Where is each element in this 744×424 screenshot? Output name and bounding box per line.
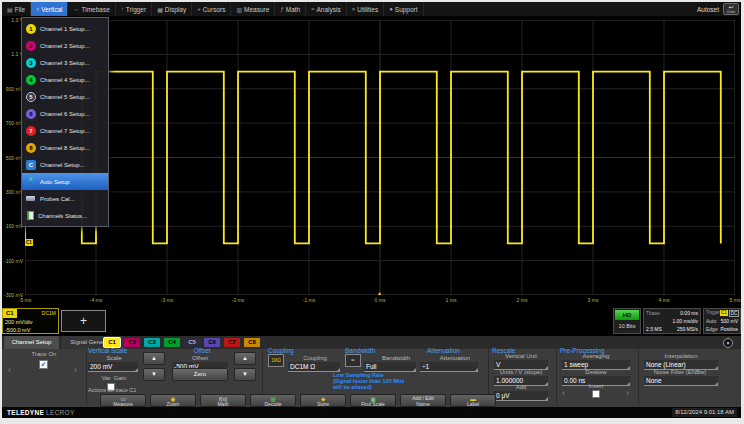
menu-item-channel-6-setup[interactable]: 6Channel 6 Setup...	[22, 105, 108, 122]
menu-item-channel-3-setup[interactable]: 3Channel 3 Setup...	[22, 54, 108, 71]
timebase-samples: 2.5 MS	[646, 325, 662, 333]
trace-on-checkbox[interactable]: ✓	[39, 360, 48, 369]
label-button[interactable]: ▬Label	[450, 394, 496, 407]
autoset-undo-button[interactable]: ↩ Undo	[723, 3, 739, 15]
menu-item-channel-4-setup[interactable]: 4Channel 4 Setup...	[22, 71, 108, 88]
status-bar: TELEDYNE LECROY 8/12/2024 9:01:18 AM	[2, 407, 742, 418]
y-axis-label: 1.3 V	[1, 17, 23, 23]
decode-button[interactable]: ▦Decode	[250, 394, 296, 407]
menu-item-probes-cal[interactable]: Probes Cal...	[22, 190, 108, 207]
channel-button-c6[interactable]: C6	[204, 338, 220, 347]
hd-badge: HD	[615, 310, 639, 320]
menu-item-vertical[interactable]: ↕Vertical	[31, 2, 68, 16]
timebase-row-1: Tbase 0.00 ms	[644, 309, 700, 317]
menu-item-label: Utilities	[357, 6, 378, 13]
timebase-box[interactable]: Tbase 0.00 ms 1.00 ms/div 2.5 MS 250 MS/…	[643, 308, 701, 334]
menu-item-cursors[interactable]: +Cursors	[192, 2, 231, 16]
menu-item-channel-setup[interactable]: CChannel Setup...	[22, 156, 108, 173]
attenuation-field[interactable]: ÷1	[420, 362, 478, 372]
menu-item-channel-1-setup[interactable]: 1Channel 1 Setup...	[22, 20, 108, 37]
channel-button-c2[interactable]: C2	[124, 338, 140, 347]
math-button[interactable]: f(x)Math	[200, 394, 246, 407]
c1-descriptor-box[interactable]: C1 DC1M 200 mV/div -500.0 mV	[2, 308, 59, 334]
channel-button-c4[interactable]: C4	[164, 338, 180, 347]
invert-checkbox[interactable]	[592, 390, 600, 398]
x-axis-label: 4 ms	[654, 297, 674, 303]
menu-item-file[interactable]: ▤File	[2, 2, 31, 16]
zero-offset-button[interactable]: Zero	[172, 368, 228, 381]
menu-item-measure[interactable]: ▥Measure	[231, 2, 275, 16]
menu-item-label: Channel 4 Setup...	[40, 77, 90, 83]
actions-for-trace-label: Actions for trace C1	[88, 387, 136, 393]
menu-item-auto-setup[interactable]: *Auto Setup	[22, 173, 108, 190]
trigger-position-marker[interactable]: ▲	[377, 291, 382, 296]
file-icon: ▤	[7, 6, 13, 13]
menu-item-label: Vertical	[41, 6, 62, 13]
deskew-label: Deskew	[560, 369, 632, 375]
channel-button-c3[interactable]: C3	[144, 338, 160, 347]
channel-6-icon: 6	[26, 109, 36, 119]
math-icon: ƒ	[280, 6, 283, 12]
offset-decrease-button[interactable]: ▼	[234, 368, 256, 381]
noise-filter-field[interactable]: None	[644, 376, 718, 386]
scale-decrease-button[interactable]: ▼	[143, 368, 165, 381]
x-axis-label: 3 ms	[583, 297, 603, 303]
x-axis-label: -2 ms	[228, 297, 248, 303]
trigger-box[interactable]: Trigger C1 DC Auto 500 mV Edge Positive	[703, 308, 741, 334]
channel-1-icon: 1	[26, 24, 36, 34]
coupling-field[interactable]: DC1M Ω	[288, 362, 340, 372]
menu-item-timebase[interactable]: ↔Timebase	[68, 2, 115, 16]
trigger-coupling-badge: DC	[729, 310, 740, 317]
bandwidth-field[interactable]: Full	[364, 362, 416, 372]
measure-button[interactable]: ▭Measure	[100, 394, 146, 407]
acquisition-box[interactable]: HD 10 Bits	[613, 308, 641, 334]
zoom-button[interactable]: ◉Zoom	[150, 394, 196, 407]
scale-increase-button[interactable]: ▲	[143, 352, 165, 365]
channel-5-icon: 5	[26, 92, 36, 102]
channel-7-icon: 7	[26, 126, 36, 136]
menu-item-utilities[interactable]: ×Utilities	[347, 2, 384, 16]
menu-item-label: Probes Cal...	[40, 196, 75, 202]
autoset-button[interactable]: Autoset	[697, 6, 719, 13]
adc-bits: 10 Bits	[614, 321, 640, 332]
menu-item-display[interactable]: ▦Display	[152, 2, 192, 16]
pre-processing-next-arrow[interactable]: ›	[626, 389, 629, 398]
tab-channel-setup[interactable]: Channel Setup	[4, 336, 59, 349]
add-trace-button[interactable]: +	[61, 310, 106, 332]
close-dialog-button[interactable]: ×	[723, 338, 733, 348]
prev-trace-arrow[interactable]: ‹	[8, 366, 11, 375]
add-constant-field[interactable]: 0 μV	[494, 391, 548, 401]
menu-item-trigger[interactable]: ↑Trigger	[116, 2, 152, 16]
store-button[interactable]: ◆Store	[300, 394, 346, 407]
bandwidth-title: Bandwidth	[345, 347, 375, 354]
channel-button-c8[interactable]: C8	[244, 338, 260, 347]
menu-item-channels-status[interactable]: Channels Status...	[22, 207, 108, 224]
scale-field[interactable]: 200 mV	[88, 362, 138, 372]
menu-item-channel-2-setup[interactable]: 2Channel 2 Setup...	[22, 37, 108, 54]
menu-item-label: Measure	[244, 6, 269, 13]
vertical-scale-title: Vertical Scale	[88, 347, 127, 354]
menu-item-support[interactable]: ●Support	[384, 2, 423, 16]
menu-item-analysis[interactable]: ≈Analysis	[306, 2, 347, 16]
waveform-plot	[25, 20, 735, 295]
trigger-row-1: Trigger C1 DC	[704, 309, 740, 317]
channel-8-icon: 8	[26, 143, 36, 153]
add-edit-name-button[interactable]: Add / Edit Name	[400, 394, 446, 407]
channel-3-icon: 3	[26, 58, 36, 68]
channel-button-c7[interactable]: C7	[224, 338, 240, 347]
channel-button-c5[interactable]: C5	[184, 338, 200, 347]
c1-descriptor-coupling: DC1M	[40, 309, 58, 318]
window-frame-bottom	[0, 418, 744, 424]
menu-item-channel-5-setup[interactable]: 5Channel 5 Setup...	[22, 88, 108, 105]
c1-trace-level-marker[interactable]: C1	[25, 239, 33, 246]
offset-increase-button[interactable]: ▲	[234, 352, 256, 365]
menu-item-channel-7-setup[interactable]: 7Channel 7 Setup...	[22, 122, 108, 139]
channel-button-c1[interactable]: C1	[104, 338, 120, 347]
pre-processing-prev-arrow[interactable]: ‹	[562, 389, 565, 398]
panel-divider	[638, 350, 639, 405]
next-trace-arrow[interactable]: ›	[74, 366, 77, 375]
menu-item-label: Channel 1 Setup...	[40, 26, 90, 32]
menu-item-channel-8-setup[interactable]: 8Channel 8 Setup...	[22, 139, 108, 156]
find-scale-button[interactable]: ▣Find Scale	[350, 394, 396, 407]
menu-item-math[interactable]: ƒMath	[275, 2, 306, 16]
